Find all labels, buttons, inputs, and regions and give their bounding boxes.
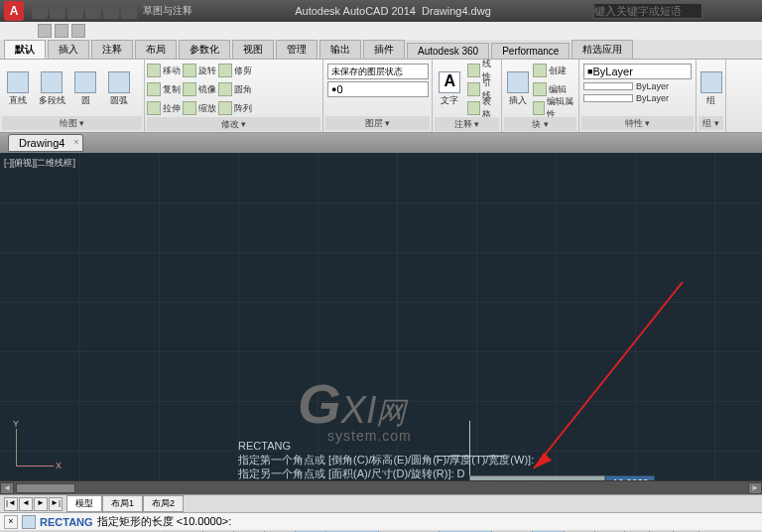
line-button[interactable]: 直线: [2, 71, 34, 107]
arc-button[interactable]: 圆弧: [103, 71, 135, 107]
table-button[interactable]: 表格: [467, 99, 499, 117]
group-icon: [700, 71, 722, 93]
cmdline-close-icon[interactable]: ×: [4, 515, 18, 529]
last-tab-icon[interactable]: ►|: [49, 497, 63, 511]
color-combo[interactable]: ■ ByLayer: [583, 64, 692, 79]
circle-button[interactable]: 圆: [69, 71, 101, 107]
layout2-tab[interactable]: 布局2: [143, 495, 184, 512]
doc-tab-drawing4[interactable]: Drawing4×: [8, 134, 83, 152]
qat-open-icon[interactable]: [50, 3, 65, 19]
mirror-icon: [183, 82, 196, 96]
qat-redo-icon[interactable]: [103, 3, 119, 19]
prev-tab-icon[interactable]: ◄: [19, 497, 33, 511]
tab-annotate[interactable]: 注释: [91, 40, 133, 59]
table-icon: [467, 101, 480, 115]
qat-undo-icon[interactable]: [85, 3, 101, 19]
copy-icon: [147, 82, 161, 96]
help-icon[interactable]: [71, 24, 85, 38]
command-line[interactable]: × RECTANG 指定矩形的长度 <10.0000>:: [0, 512, 762, 530]
insert-icon: [507, 71, 529, 93]
signin-icon[interactable]: [38, 24, 52, 38]
ucs-icon[interactable]: YX: [16, 429, 17, 466]
panel-draw-title[interactable]: 绘图 ▾: [2, 116, 142, 130]
panel-group-title[interactable]: 组 ▾: [698, 116, 723, 130]
cmdline-text: 指定矩形的长度 <10.0000>:: [97, 514, 232, 529]
tab-layout[interactable]: 布局: [135, 40, 177, 59]
stretch-icon: [147, 101, 161, 115]
create-icon: [533, 64, 547, 77]
scroll-right-icon[interactable]: ►: [748, 482, 762, 494]
linetype-swatch: [583, 94, 633, 102]
title-text: Autodesk AutoCAD 2014 Drawing4.dwg: [192, 5, 593, 17]
insert-block-button[interactable]: 插入: [504, 71, 531, 107]
tab-insert[interactable]: 插入: [48, 40, 89, 59]
h-scrollbar[interactable]: ◄ ►: [0, 480, 762, 494]
tab-a360[interactable]: Autodesk 360: [407, 43, 489, 59]
tab-plugins[interactable]: 插件: [363, 40, 405, 59]
scale-button[interactable]: 缩放: [183, 99, 216, 117]
editattr-icon: [533, 101, 545, 115]
tab-manage[interactable]: 管理: [276, 40, 318, 59]
edit-attr-button[interactable]: 编辑属性: [533, 99, 576, 117]
layer-state-combo[interactable]: 未保存的图层状态: [327, 64, 429, 79]
next-tab-icon[interactable]: ►: [34, 497, 48, 511]
qat-new-icon[interactable]: [32, 3, 48, 19]
array-button[interactable]: 阵列: [218, 99, 252, 117]
linear-icon: [467, 64, 480, 77]
qat-save-icon[interactable]: [67, 3, 83, 19]
text-button[interactable]: A文字: [435, 71, 465, 107]
title-extra-icons: [38, 24, 85, 38]
stretch-button[interactable]: 拉伸: [147, 99, 181, 117]
svg-marker-1: [534, 453, 552, 468]
workspace-label[interactable]: 草图与注释: [143, 4, 192, 18]
dynamic-input-field[interactable]: 10.0000: [605, 475, 655, 480]
polyline-button[interactable]: 多段线: [36, 71, 67, 107]
close-icon[interactable]: ×: [73, 137, 78, 147]
lineweight-combo[interactable]: ByLayer: [636, 81, 669, 91]
scale-icon: [183, 101, 196, 115]
rotate-button[interactable]: 旋转: [183, 62, 216, 79]
tab-default[interactable]: 默认: [4, 40, 46, 59]
viewport-label[interactable]: [-][俯视][二维线框]: [4, 157, 75, 170]
exchange-icon[interactable]: [55, 24, 68, 38]
panel-modify-title[interactable]: 修改 ▾: [147, 117, 320, 131]
arc-icon: [108, 71, 130, 93]
trim-button[interactable]: 修剪: [218, 62, 252, 79]
fillet-icon: [218, 82, 232, 96]
watermark: GXI网 system.com: [298, 371, 412, 444]
tab-output[interactable]: 输出: [319, 40, 361, 59]
document-tabstrip: Drawing4×: [0, 133, 762, 153]
app-logo[interactable]: A: [4, 1, 24, 21]
quick-access-toolbar: [32, 3, 137, 19]
move-button[interactable]: 移动: [147, 62, 181, 79]
model-layout-tabs: |◄ ◄ ► ►| 模型 布局1 布局2: [0, 494, 762, 512]
drawing-canvas[interactable]: [-][俯视][二维线框] GXI网 system.com 指定矩形的长度 <1…: [0, 153, 762, 480]
array-icon: [218, 101, 232, 115]
tab-view[interactable]: 视图: [232, 40, 274, 59]
move-icon: [147, 64, 161, 77]
panel-props-title[interactable]: 特性 ▾: [581, 116, 694, 130]
panel-block-title[interactable]: 块 ▾: [504, 117, 576, 131]
create-block-button[interactable]: 创建: [533, 62, 576, 79]
scroll-left-icon[interactable]: ◄: [0, 482, 14, 494]
text-icon: A: [439, 71, 460, 93]
tab-parametric[interactable]: 参数化: [179, 40, 230, 59]
help-search-input[interactable]: [593, 3, 702, 19]
linetype-combo[interactable]: ByLayer: [636, 93, 669, 103]
group-button[interactable]: 组: [698, 71, 723, 107]
tab-featured[interactable]: 精选应用: [572, 40, 633, 59]
mirror-button[interactable]: 镜像: [183, 80, 216, 98]
panel-layers-title[interactable]: 图层 ▾: [325, 116, 430, 130]
first-tab-icon[interactable]: |◄: [4, 497, 18, 511]
layout1-tab[interactable]: 布局1: [102, 495, 143, 512]
copy-button[interactable]: 复制: [147, 80, 181, 98]
scroll-thumb[interactable]: [16, 483, 75, 493]
fillet-button[interactable]: 圆角: [218, 80, 252, 98]
layer-current-combo[interactable]: ● 0: [327, 81, 429, 97]
model-tab[interactable]: 模型: [66, 495, 102, 512]
command-history: RECTANG 指定第一个角点或 [倒角(C)/标高(E)/圆角(F)/厚度(T…: [238, 439, 534, 480]
qat-plot-icon[interactable]: [121, 3, 137, 19]
leader-icon: [467, 82, 480, 96]
panel-annot-title[interactable]: 注释 ▾: [435, 117, 499, 131]
tab-performance[interactable]: Performance: [491, 43, 570, 59]
